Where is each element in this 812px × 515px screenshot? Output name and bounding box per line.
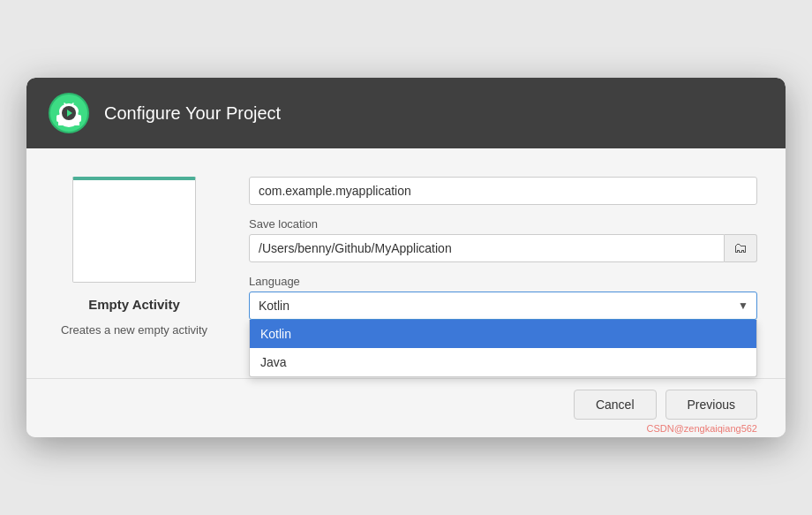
android-studio-logo [48,92,90,134]
configure-project-dialog: Configure Your Project Empty Activity Cr… [26,78,786,437]
dialog-content: Empty Activity Creates a new empty activ… [26,148,786,378]
language-dropdown-wrapper: Kotlin ▼ Kotlin Java [249,292,757,320]
language-selected-value: Kotlin [259,299,289,313]
dialog-header: Configure Your Project [26,78,786,148]
language-dropdown[interactable]: Kotlin [249,292,757,320]
language-label: Language [249,275,757,288]
language-field-group: Language Kotlin ▼ Kotlin Java [249,275,757,320]
watermark-text: CSDN@zengkaiqiang562 [646,423,757,434]
dialog-footer: Cancel Previous CSDN@zengkaiqiang562 [26,378,786,437]
save-location-input[interactable] [249,234,725,262]
activity-description: Creates a new empty activity [61,322,207,338]
svg-rect-5 [78,115,81,122]
cancel-button[interactable]: Cancel [574,390,657,420]
dialog-title: Configure Your Project [104,103,281,124]
language-option-kotlin[interactable]: Kotlin [250,320,756,348]
form-panel: Save location 🗂 Language Kotlin ▼ [249,177,757,360]
svg-rect-4 [56,115,60,122]
browse-folder-button[interactable]: 🗂 [725,234,757,262]
package-field-group [249,177,757,205]
package-name-input[interactable] [249,177,757,205]
activity-type-label: Empty Activity [88,297,180,312]
language-option-java[interactable]: Java [250,348,756,376]
save-location-field-group: Save location 🗂 [249,217,757,262]
activity-preview-image [72,177,196,283]
activity-preview-panel: Empty Activity Creates a new empty activ… [55,177,214,360]
save-location-label: Save location [249,217,757,231]
language-dropdown-menu: Kotlin Java [249,320,757,377]
save-location-input-wrapper: 🗂 [249,234,757,262]
previous-button[interactable]: Previous [665,390,757,420]
folder-icon: 🗂 [733,240,748,256]
